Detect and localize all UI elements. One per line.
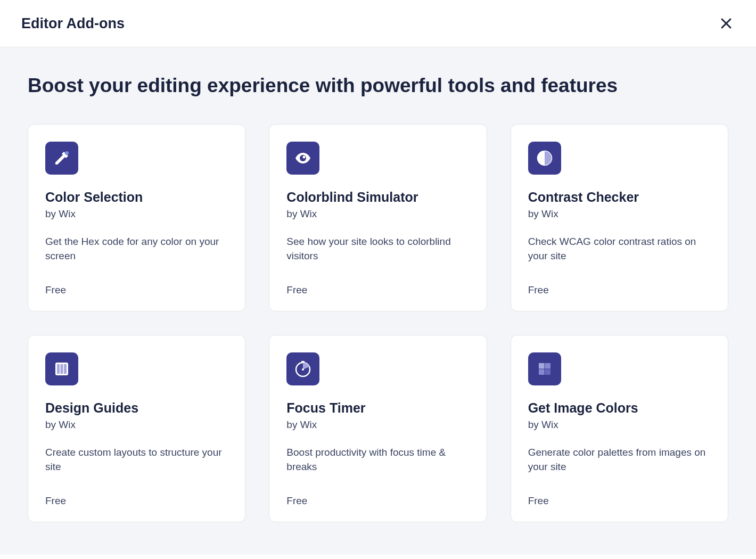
addon-price: Free: [528, 284, 711, 296]
modal-content: Boost your editing experience with power…: [0, 47, 756, 555]
addon-card-design-guides[interactable]: Design Guides by Wix Create custom layou…: [28, 335, 245, 522]
addon-author: by Wix: [286, 208, 469, 220]
addon-card-get-image-colors[interactable]: Get Image Colors by Wix Generate color p…: [511, 335, 728, 522]
svg-rect-9: [64, 364, 67, 374]
svg-rect-13: [539, 363, 545, 369]
svg-rect-15: [539, 369, 545, 375]
addon-description: Generate color palettes from images on y…: [528, 446, 711, 482]
eye-icon: [286, 142, 319, 175]
addon-author: by Wix: [45, 419, 228, 431]
addon-author: by Wix: [528, 208, 711, 220]
svg-rect-7: [57, 364, 60, 374]
svg-point-12: [302, 368, 304, 371]
addon-title: Focus Timer: [286, 400, 469, 416]
addon-author: by Wix: [45, 208, 228, 220]
addon-author: by Wix: [286, 419, 469, 431]
addon-title: Contrast Checker: [528, 190, 711, 205]
svg-point-2: [65, 151, 69, 155]
addon-card-focus-timer[interactable]: Focus Timer by Wix Boost productivity wi…: [269, 335, 487, 522]
addon-title: Colorblind Simulator: [286, 190, 469, 205]
addon-price: Free: [286, 284, 469, 296]
addon-description: Check WCAG color contrast ratios on your…: [528, 235, 711, 272]
contrast-icon: [528, 142, 561, 175]
close-icon: [720, 17, 733, 30]
addon-card-color-selection[interactable]: Color Selection by Wix Get the Hex code …: [28, 124, 245, 311]
close-button[interactable]: [718, 15, 735, 32]
addon-description: Get the Hex code for any color on your s…: [45, 235, 228, 272]
svg-rect-16: [545, 369, 550, 375]
svg-rect-8: [61, 364, 63, 374]
svg-point-3: [300, 155, 306, 161]
addon-card-colorblind-simulator[interactable]: Colorblind Simulator by Wix See how your…: [269, 124, 487, 311]
addon-description: Create custom layouts to structure your …: [45, 446, 228, 482]
addon-price: Free: [45, 495, 228, 507]
addon-author: by Wix: [528, 419, 711, 431]
modal-header: Editor Add-ons: [0, 0, 756, 47]
svg-point-4: [303, 156, 306, 159]
palette-icon: [528, 352, 561, 385]
eyedropper-icon: [45, 142, 78, 175]
svg-rect-14: [545, 363, 550, 369]
columns-icon: [45, 352, 78, 385]
addon-price: Free: [286, 495, 469, 507]
addon-price: Free: [45, 284, 228, 296]
modal-title: Editor Add-ons: [21, 15, 125, 32]
addon-title: Get Image Colors: [528, 400, 711, 416]
addon-description: See how your site looks to colorblind vi…: [286, 235, 469, 272]
addon-description: Boost productivity with focus time & bre…: [286, 446, 469, 482]
addon-title: Design Guides: [45, 400, 228, 416]
addon-grid: Color Selection by Wix Get the Hex code …: [28, 124, 728, 522]
addon-title: Color Selection: [45, 190, 228, 205]
svg-rect-11: [301, 361, 305, 363]
addon-price: Free: [528, 495, 711, 507]
addon-card-contrast-checker[interactable]: Contrast Checker by Wix Check WCAG color…: [511, 124, 728, 311]
timer-icon: [286, 352, 319, 385]
page-headline: Boost your editing experience with power…: [28, 73, 728, 98]
